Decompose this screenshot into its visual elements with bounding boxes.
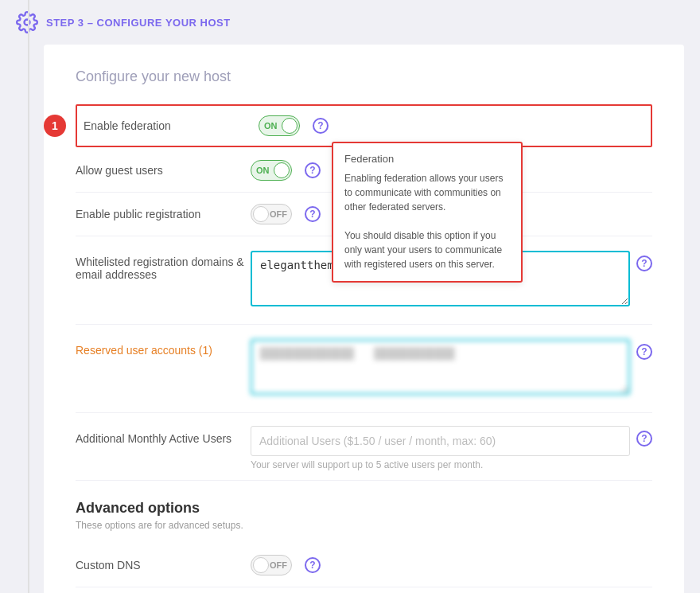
additional-monthly-users-label: Additional Monthly Active Users — [76, 426, 251, 445]
allow-guest-users-toggle-label: ON — [256, 166, 270, 175]
custom-dns-toggle[interactable]: OFF — [251, 555, 292, 575]
additional-monthly-users-help-icon[interactable]: ? — [636, 431, 652, 447]
enable-public-registration-toggle[interactable]: OFF — [251, 204, 292, 224]
custom-dns-label: Custom DNS — [76, 559, 251, 572]
allow-guest-users-knob — [274, 162, 290, 178]
enable-federation-row: 1 Enable federation ON ? Federation Enab… — [76, 104, 652, 147]
reserved-user-accounts-help-icon[interactable]: ? — [636, 344, 652, 360]
main-content: Configure your new host 1 Enable federat… — [44, 45, 684, 593]
enable-public-registration-toggle-label: OFF — [270, 209, 287, 219]
enable-federation-toggle[interactable]: ON — [259, 115, 300, 136]
tooltip-text: Enabling federation allows your users to… — [344, 171, 510, 271]
tooltip-title: Federation — [344, 153, 510, 165]
step-header: STEP 3 – CONFIGURE YOUR HOST — [0, 0, 700, 45]
step-indicator: 1 — [44, 115, 66, 137]
enable-federation-knob — [282, 118, 298, 134]
custom-dns-knob — [253, 557, 269, 573]
reserved-user-accounts-label: Reserved user accounts (1) — [76, 339, 251, 357]
federation-tooltip-popup: Federation Enabling federation allows yo… — [332, 142, 523, 283]
allow-guest-users-toggle[interactable]: ON — [251, 160, 292, 181]
enable-federation-toggle-label: ON — [264, 121, 278, 131]
allow-guest-users-help-icon[interactable]: ? — [305, 162, 321, 178]
enable-public-registration-knob — [253, 206, 269, 222]
step-title: STEP 3 – CONFIGURE YOUR HOST — [46, 17, 231, 29]
custom-dns-toggle-label: OFF — [270, 560, 287, 570]
page-container: STEP 3 – CONFIGURE YOUR HOST Configure y… — [0, 0, 700, 593]
custom-dns-toggle-wrapper: OFF ? — [251, 555, 652, 575]
reserved-user-accounts-textarea[interactable]: ████████████████ ████████████ — [251, 339, 630, 395]
advanced-options-title: Advanced options — [76, 500, 652, 517]
gear-icon — [16, 11, 38, 33]
allow-guest-users-label: Allow guest users — [76, 164, 251, 177]
additional-monthly-users-note: Your server will support up to 5 active … — [251, 459, 630, 470]
enable-public-registration-help-icon[interactable]: ? — [305, 206, 321, 222]
additional-monthly-users-input[interactable] — [251, 426, 630, 456]
advanced-options-section: Advanced options These options are for a… — [76, 500, 652, 587]
custom-dns-row: Custom DNS OFF ? — [76, 544, 652, 587]
enable-public-registration-label: Enable public registration — [76, 208, 251, 220]
reserved-user-accounts-row: Reserved user accounts (1) █████████████… — [76, 325, 652, 413]
whitelisted-domains-help-icon[interactable]: ? — [636, 256, 652, 271]
reserved-user-accounts-input-wrapper: ████████████████ ████████████ — [251, 339, 630, 398]
whitelisted-domains-label: Whitelisted registration domains & email… — [76, 251, 251, 281]
enable-federation-help-icon[interactable]: ? — [313, 118, 329, 134]
enable-federation-label: Enable federation — [84, 119, 259, 132]
custom-dns-help-icon[interactable]: ? — [305, 557, 321, 573]
advanced-options-subtitle: These options are for advanced setups. — [76, 520, 652, 531]
section-title: Configure your new host — [76, 68, 652, 85]
left-bar — [28, 0, 29, 593]
enable-federation-toggle-wrapper: ON ? — [259, 115, 644, 136]
additional-monthly-users-row: Additional Monthly Active Users Your ser… — [76, 413, 652, 481]
additional-monthly-users-input-wrapper: Your server will support up to 5 active … — [251, 426, 630, 470]
